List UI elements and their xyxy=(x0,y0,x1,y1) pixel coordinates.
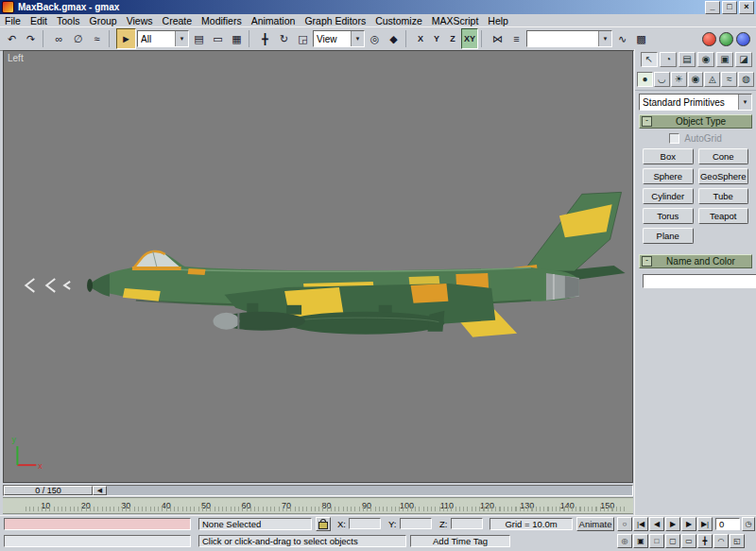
select-and-manipulate-icon[interactable]: ◆ xyxy=(385,29,403,48)
tab-motion-icon[interactable]: ◉ xyxy=(697,52,714,67)
close-icon[interactable]: × xyxy=(739,1,754,14)
timeline-ruler[interactable]: 102030405060708090100110120130140150 xyxy=(3,497,633,514)
z-coord-field[interactable] xyxy=(451,518,483,529)
time-configuration-icon[interactable]: ◷ xyxy=(742,517,755,531)
menu-item[interactable]: Modifiers xyxy=(197,15,247,26)
play-icon[interactable]: ▶ xyxy=(665,517,680,531)
object-type-button[interactable]: Sphere xyxy=(643,168,694,184)
add-time-tag[interactable]: Add Time Tag xyxy=(410,535,510,547)
material-ball-blue-icon[interactable] xyxy=(736,32,750,46)
next-frame-icon[interactable]: ▶ xyxy=(681,517,696,531)
current-frame-field[interactable]: 0 xyxy=(715,518,740,530)
select-by-name-icon[interactable]: ▤ xyxy=(190,29,208,48)
primitives-dropdown[interactable]: Standard Primitives ▼ xyxy=(639,94,752,111)
material-ball-green-icon[interactable] xyxy=(719,32,733,46)
selection-lock-button[interactable] xyxy=(316,517,331,531)
coordinate-system-dropdown[interactable]: View ▼ xyxy=(313,30,365,47)
zoom-region-icon[interactable]: ▭ xyxy=(681,534,696,548)
time-slider-prev-icon[interactable]: ◀ xyxy=(93,486,107,495)
select-object-icon[interactable]: ► xyxy=(116,28,136,49)
menu-item[interactable]: Animation xyxy=(247,15,301,26)
object-type-button[interactable]: Tube xyxy=(698,188,749,204)
menu-item[interactable]: File xyxy=(0,15,26,26)
menu-item[interactable]: Customize xyxy=(370,15,427,26)
object-type-button[interactable]: Plane xyxy=(643,228,694,244)
select-and-move-icon[interactable]: ╋ xyxy=(256,29,274,48)
arc-rotate-icon[interactable]: ◠ xyxy=(713,534,729,548)
material-ball-red-icon[interactable] xyxy=(702,32,716,46)
redo-icon[interactable]: ↷ xyxy=(22,29,40,48)
time-slider[interactable]: 0 / 150 ◀ xyxy=(3,485,633,496)
menu-item[interactable]: Views xyxy=(122,15,158,26)
viewport-left[interactable]: Left xyxy=(3,50,633,483)
category-spacewarps-icon[interactable]: ≈ xyxy=(721,72,737,87)
category-shapes-icon[interactable]: ◡ xyxy=(654,72,670,87)
go-to-end-icon[interactable]: ▶| xyxy=(697,517,713,531)
schematic-view-icon[interactable]: ▩ xyxy=(632,29,650,48)
menu-item[interactable]: Group xyxy=(85,15,122,26)
menu-item[interactable]: Edit xyxy=(26,15,52,26)
previous-frame-icon[interactable]: ◀ xyxy=(649,517,664,531)
viewport-label[interactable]: Left xyxy=(8,53,24,63)
y-coord-field[interactable] xyxy=(400,518,432,529)
restrict-y-button[interactable]: Y xyxy=(429,29,444,48)
tab-display-icon[interactable]: ▣ xyxy=(716,52,733,67)
bind-to-spacewarp-icon[interactable]: ≈ xyxy=(88,29,106,48)
category-lights-icon[interactable]: ☀ xyxy=(671,72,687,87)
autogrid-checkbox[interactable] xyxy=(669,133,679,144)
time-slider-handle[interactable]: 0 / 150 xyxy=(4,486,93,495)
menu-item[interactable]: Help xyxy=(483,15,513,26)
key-mode-icon[interactable]: ○ xyxy=(617,517,632,531)
object-type-button[interactable]: Torus xyxy=(643,208,694,224)
min-max-toggle-icon[interactable]: ◱ xyxy=(730,534,745,548)
object-type-button[interactable]: GeoSphere xyxy=(698,168,749,184)
use-center-icon[interactable]: ◎ xyxy=(366,29,384,48)
x-coord-field[interactable] xyxy=(349,518,381,529)
restrict-x-button[interactable]: X xyxy=(413,29,428,48)
maxscript-mini-listener[interactable] xyxy=(4,518,191,530)
tab-create-icon[interactable]: ↖ xyxy=(641,52,658,67)
object-type-button[interactable]: Teapot xyxy=(698,208,749,224)
select-and-rotate-icon[interactable]: ↻ xyxy=(275,29,293,48)
tab-utilities-icon[interactable]: ◪ xyxy=(735,52,752,67)
window-crossing-icon[interactable]: ▦ xyxy=(228,29,246,48)
selection-region-icon[interactable]: ▭ xyxy=(209,29,227,48)
menu-item[interactable]: Create xyxy=(158,15,198,26)
undo-icon[interactable]: ↶ xyxy=(3,29,21,48)
named-selection-sets-dropdown[interactable]: ▼ xyxy=(526,30,612,47)
object-type-button[interactable]: Cylinder xyxy=(643,188,694,204)
menu-item[interactable]: Graph Editors xyxy=(300,15,370,26)
maxscript-listener-line[interactable] xyxy=(4,535,191,547)
align-icon[interactable]: ≡ xyxy=(507,29,525,48)
object-type-rollout-header[interactable]: - Object Type xyxy=(639,114,752,129)
minimize-icon[interactable]: _ xyxy=(705,1,720,14)
restrict-z-button[interactable]: Z xyxy=(445,29,460,48)
zoom-extents-all-icon[interactable]: ▢ xyxy=(665,534,680,548)
go-to-start-icon[interactable]: |◀ xyxy=(633,517,648,531)
category-systems-icon[interactable]: ◍ xyxy=(738,72,754,87)
maximize-icon[interactable]: □ xyxy=(722,1,737,14)
selection-filter-dropdown[interactable]: All ▼ xyxy=(137,30,189,47)
select-and-scale-icon[interactable]: ◲ xyxy=(294,29,312,48)
zoom-extents-icon[interactable]: □ xyxy=(649,534,664,548)
zoom-all-icon[interactable]: ▣ xyxy=(633,534,648,548)
category-geometry-icon[interactable]: ● xyxy=(637,72,653,87)
select-and-link-icon[interactable]: ∞ xyxy=(50,29,68,48)
object-name-input[interactable] xyxy=(643,274,756,288)
tab-hierarchy-icon[interactable]: ▤ xyxy=(679,52,696,67)
animate-button[interactable]: Animate xyxy=(576,517,614,531)
zoom-icon[interactable]: ◎ xyxy=(617,534,632,548)
category-helpers-icon[interactable]: ◬ xyxy=(704,72,720,87)
category-cameras-icon[interactable]: ◉ xyxy=(688,72,704,87)
restrict-xy-plane-button[interactable]: XY xyxy=(461,28,478,49)
name-color-rollout-header[interactable]: - Name and Color xyxy=(639,254,752,268)
pan-icon[interactable]: ╋ xyxy=(697,534,713,548)
menu-item[interactable]: MAXScript xyxy=(427,15,484,26)
mirror-icon[interactable]: ⋈ xyxy=(489,29,507,48)
object-type-button[interactable]: Cone xyxy=(698,148,749,164)
unlink-selection-icon[interactable]: ∅ xyxy=(69,29,87,48)
tab-modify-icon[interactable]: ◔ xyxy=(660,52,677,67)
curve-editor-icon[interactable]: ∿ xyxy=(613,29,631,48)
object-type-button[interactable]: Box xyxy=(643,148,694,164)
menu-item[interactable]: Tools xyxy=(52,15,85,26)
